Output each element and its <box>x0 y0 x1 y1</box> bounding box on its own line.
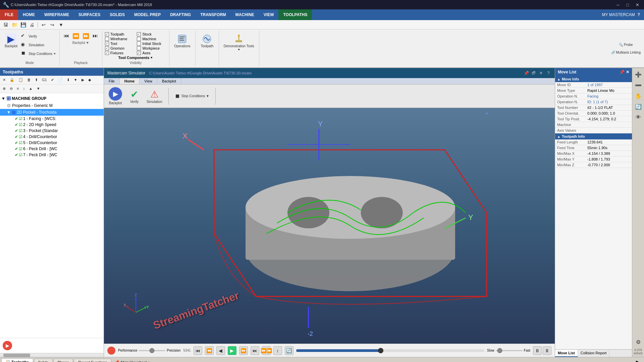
bottom-tab-recent[interactable]: Recent Functions <box>74 359 111 362</box>
viewsheet-add-icon[interactable]: + <box>148 360 150 362</box>
playback-step-fwd-btn[interactable]: ⏩ <box>81 32 91 40</box>
tree-op-2[interactable]: ✔ ☑ 2 - 2D High Speed <box>0 122 104 128</box>
tb-btn-7[interactable]: ✔ <box>49 77 56 83</box>
operations-btn[interactable]: Operations <box>172 32 193 49</box>
tb-btn-6[interactable]: G1 <box>40 77 49 83</box>
sim-simulation-btn[interactable]: ⚠ Simulation <box>145 87 164 105</box>
fixtures-checkbox[interactable] <box>105 51 109 55</box>
simulation-btn[interactable]: ◉ Simulation <box>20 41 57 49</box>
play-btn[interactable]: ▶ <box>3 341 12 350</box>
cb-fixtures[interactable]: Fixtures <box>105 51 135 55</box>
tb2-btn-5[interactable]: ▲ <box>27 85 34 92</box>
qa-open[interactable]: 📁 <box>11 21 18 28</box>
cb-toolpath[interactable]: Toolpath <box>105 32 135 36</box>
tb-btn-12[interactable]: ◆ <box>87 77 93 83</box>
tree-machine-group[interactable]: ▼ ⊞ MACHINE GROUP <box>0 95 104 102</box>
cb-workpiece[interactable]: Workpiece <box>137 46 166 50</box>
wireframe-checkbox[interactable] <box>105 37 109 41</box>
collapse-panel-btn[interactable]: ▶ <box>633 359 643 362</box>
workpiece-checkbox[interactable] <box>137 46 141 50</box>
sim-close-btn[interactable]: ✕ <box>538 70 544 76</box>
bottom-tab-toolpaths[interactable]: 📋 Toolpaths <box>1 358 33 362</box>
initial-stock-checkbox[interactable] <box>137 42 141 46</box>
menu-drafting[interactable]: DRAFTING <box>165 9 196 20</box>
menu-toolpaths[interactable]: TOOLPATHS <box>278 9 312 20</box>
playback-end-btn[interactable]: ⏭ <box>91 32 99 40</box>
tb2-btn-2[interactable]: ⊖ <box>8 85 14 92</box>
tree-properties[interactable]: ⚙ Properties - Generic M <box>0 102 104 109</box>
menu-model-prep[interactable]: MODEL PREP <box>129 9 165 20</box>
pb-fwd-multi-btn[interactable]: ⏩ <box>239 346 248 355</box>
sim-tab-view[interactable]: View <box>140 78 157 84</box>
tree-2d-pocket[interactable]: ▼ ⊞ 2D Pocket - Trochoida <box>0 109 104 116</box>
pb-loop-btn[interactable]: ↕ <box>273 346 282 355</box>
sim-restore-btn[interactable]: 🗗 <box>531 70 537 76</box>
close-btn[interactable]: ✕ <box>634 2 641 7</box>
probe-btn[interactable]: 🔍 Probe <box>617 42 635 48</box>
sb-zoom-in-btn[interactable]: ➕ <box>633 69 643 79</box>
menu-machine[interactable]: MACHINE <box>231 9 259 20</box>
menu-view[interactable]: VIEW <box>259 9 279 20</box>
bottom-tab-solids[interactable]: Solids <box>34 359 53 362</box>
sb-pan-btn[interactable]: ✋ <box>633 91 643 101</box>
pb-end-btn[interactable]: ⏭ <box>251 346 259 355</box>
sim-pin-btn[interactable]: 📌 <box>523 70 529 76</box>
cb-wireframe[interactable]: Wireframe <box>105 37 135 41</box>
bottom-tab-planes[interactable]: Planes <box>53 359 73 362</box>
tool-checkbox[interactable] <box>105 42 109 46</box>
tb2-btn-1[interactable]: ⊕ <box>1 85 7 92</box>
backplot-btn[interactable]: ▶ Backplot <box>3 32 19 58</box>
tb-btn-4[interactable]: 🗑 <box>25 77 33 83</box>
sb-rotate-btn[interactable]: 🔄 <box>633 102 643 112</box>
stock-checkbox[interactable] <box>137 32 141 36</box>
qa-redo[interactable]: ↪ <box>49 21 56 28</box>
sim-tab-home[interactable]: Home <box>120 78 140 84</box>
h-scrollbar[interactable] <box>0 353 104 357</box>
menu-file[interactable]: FILE <box>0 9 18 20</box>
help-btn[interactable]: ? <box>638 12 640 17</box>
move-list-tab[interactable]: Move List <box>555 350 578 357</box>
cb-initial-stock[interactable]: Initial Stock <box>137 42 166 46</box>
qa-extra[interactable]: ▼ <box>57 21 65 28</box>
move-list-close-btn[interactable]: ✕ <box>626 70 629 74</box>
tree-op-1[interactable]: ✔ ☑ 1 - Facing - [WCS: <box>0 116 104 122</box>
pb-pause-btn[interactable]: ⏸ <box>533 346 542 355</box>
tb-btn-2[interactable]: 🔒 <box>8 77 16 83</box>
move-list-pin-btn[interactable]: 📌 <box>620 70 625 74</box>
toolpath-btn[interactable]: Toolpath <box>199 32 215 49</box>
tree-op-4[interactable]: ✔ ☑ 4 - Drill/Counterbor <box>0 134 104 140</box>
axes-checkbox[interactable] <box>137 51 141 55</box>
help-sim-btn[interactable]: ? <box>545 70 551 76</box>
multiaxis-btn[interactable]: 🔗 Multiaxis Linking <box>609 49 643 56</box>
cb-tool[interactable]: Tool <box>105 42 135 46</box>
maximize-btn[interactable]: □ <box>624 2 631 7</box>
viewport[interactable]: Y -2 X Y StreamingTatcher Z <box>104 108 555 344</box>
qa-undo[interactable]: ↩ <box>40 21 47 28</box>
qa-save[interactable]: 💾 <box>19 21 27 28</box>
tb-btn-8[interactable]: 📄 <box>56 77 64 83</box>
sb-settings-btn[interactable]: ⚙ <box>633 337 643 347</box>
tb-btn-3[interactable]: 📋 <box>17 77 25 83</box>
sim-tab-file[interactable]: File <box>104 78 120 84</box>
my-mastercam-btn[interactable]: MY MASTERCAM <box>602 12 635 17</box>
move-info-section-header[interactable]: ▲ Move Info <box>555 76 632 82</box>
machine-checkbox[interactable] <box>137 37 141 41</box>
toolpath-info-section-header[interactable]: ▲ Toolpath Info <box>555 133 632 139</box>
playback-step-back-btn[interactable]: ⏪ <box>71 32 80 40</box>
sim-tab-backplot[interactable]: Backplot <box>157 78 181 84</box>
pb-back-multi-btn[interactable]: ⏪ <box>205 346 214 355</box>
progress-thumb[interactable] <box>378 348 383 353</box>
tb-btn-9[interactable]: ⬇ <box>65 77 71 83</box>
sim-verify-btn[interactable]: ✔ Verify <box>128 87 141 105</box>
cb-axes[interactable]: Axes <box>137 51 166 55</box>
sim-stop-btn[interactable]: ⏹ Stop Conditions ▼ <box>173 92 211 101</box>
pb-pause2-btn[interactable]: ⏸ <box>543 346 551 355</box>
tb-btn-10[interactable]: ▼ <box>72 77 79 83</box>
pb-refresh-btn[interactable]: 🔄 <box>285 346 293 355</box>
toolpath-checkbox[interactable] <box>105 32 109 36</box>
tb-btn-11[interactable]: ▶ <box>80 77 86 83</box>
cb-stock[interactable]: Stock <box>137 32 166 36</box>
tree-op-3[interactable]: ✔ ☑ 3 - Pocket (Standar <box>0 128 104 134</box>
pb-back-step-btn[interactable]: ◀ <box>216 346 225 355</box>
stop-conditions-btn[interactable]: ⏹ Stop Conditions ▼ <box>20 50 57 58</box>
